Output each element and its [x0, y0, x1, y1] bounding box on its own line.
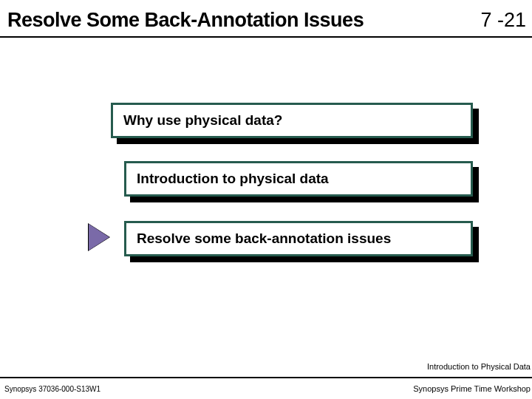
footer-doc-id: Synopsys 37036-000-S13W1: [4, 385, 100, 393]
topic-box: Resolve some back-annotation issues: [124, 221, 473, 256]
topic-box: Introduction to physical data: [124, 161, 473, 197]
current-topic-arrow-icon: [89, 224, 109, 250]
slide-footer: Introduction to Physical Data Synopsys 3…: [0, 356, 532, 399]
slide-title: Resolve Some Back-Annotation Issues: [7, 9, 364, 32]
topic-label: Resolve some back-annotation issues: [124, 221, 473, 256]
footer-divider: [0, 377, 532, 378]
topic-label: Introduction to physical data: [124, 161, 473, 197]
slide-content: Why use physical data? Introduction to p…: [0, 38, 532, 348]
slide-header: Resolve Some Back-Annotation Issues 7 -2…: [0, 0, 532, 36]
footer-workshop: Synopsys Prime Time Workshop: [413, 384, 531, 393]
topic-box: Why use physical data?: [111, 103, 473, 138]
footer-section-title: Introduction to Physical Data: [427, 362, 531, 371]
page-number: 7 -21: [480, 9, 526, 32]
topic-label: Why use physical data?: [111, 103, 473, 138]
